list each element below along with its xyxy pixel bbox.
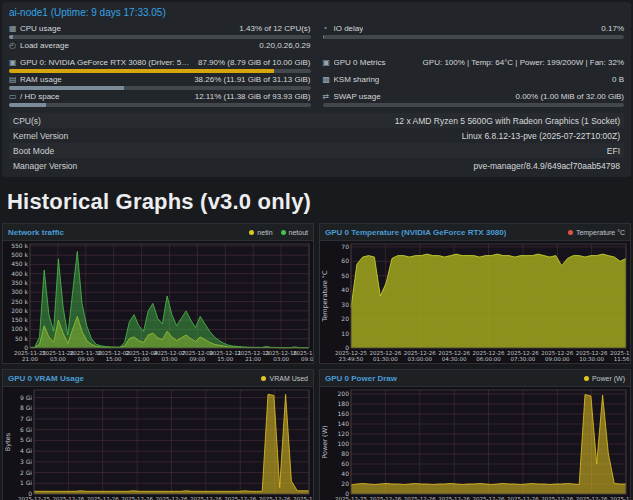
svg-text:09:00:00: 09:00:00 bbox=[545, 356, 570, 362]
svg-text:4 Gi: 4 Gi bbox=[20, 447, 32, 454]
chart-panel-network-traffic: Network traffic netinnetout 550 k500 k45… bbox=[2, 223, 314, 364]
svg-text:2025-12-26: 2025-12-26 bbox=[87, 496, 119, 500]
svg-text:10:30:00: 10:30:00 bbox=[579, 356, 604, 362]
svg-text:2025-12-26: 2025-12-26 bbox=[259, 496, 291, 500]
svg-text:500 k: 500 k bbox=[11, 251, 28, 258]
svg-text:09:00: 09:00 bbox=[301, 356, 313, 362]
svg-text:21:00: 21:00 bbox=[134, 356, 150, 362]
gpu-temperature-chart: 7060504030201002025-12-2523:49:502025-12… bbox=[320, 241, 630, 363]
chart-panel-gpu-temperature: GPU 0 Temperature (NVIDIA GeForce RTX 30… bbox=[319, 223, 631, 364]
stat-label: Load average bbox=[20, 41, 69, 50]
info-row-kernel-version: Kernel Version Linux 6.8.12-13-pve (2025… bbox=[9, 128, 624, 143]
stat-label: IO delay bbox=[334, 24, 364, 33]
stat-label: / HD space bbox=[20, 92, 60, 101]
stat-row-ksm-sharing: ▩ KSM sharing 0 B bbox=[323, 74, 625, 91]
cpu-icon: ▦ bbox=[9, 24, 20, 33]
svg-text:2025-12-26: 2025-12-26 bbox=[507, 496, 539, 500]
svg-text:03:00: 03:00 bbox=[273, 356, 289, 362]
svg-text:60: 60 bbox=[341, 257, 349, 264]
stat-row-hd-space: ▭ / HD space 12.11% (11.38 GiB of 93.93 … bbox=[9, 91, 311, 108]
panel-title: GPU 0 VRAM Usage bbox=[8, 374, 84, 383]
svg-text:21:00: 21:00 bbox=[245, 356, 261, 362]
svg-text:Bytes: Bytes bbox=[4, 432, 12, 451]
svg-text:07:30:00: 07:30:00 bbox=[511, 356, 536, 362]
svg-text:80: 80 bbox=[341, 450, 349, 457]
svg-text:23:49:50: 23:49:50 bbox=[339, 356, 364, 362]
legend: Power (W) bbox=[584, 375, 625, 382]
svg-text:50 k: 50 k bbox=[15, 335, 29, 342]
legend-label: netin bbox=[257, 229, 272, 236]
svg-text:2025-12-26: 2025-12-26 bbox=[610, 496, 630, 500]
io-delay-icon: ◔ bbox=[323, 24, 334, 33]
svg-text:03:00: 03:00 bbox=[162, 356, 178, 362]
legend-item: VRAM Used bbox=[261, 375, 308, 382]
stat-label: SWAP usage bbox=[334, 92, 381, 101]
node-title: ai-node1 (Uptime: 9 days 17:33.05) bbox=[2, 2, 631, 21]
svg-text:10: 10 bbox=[341, 330, 349, 337]
gpu-metrics-icon: ▣ bbox=[323, 58, 334, 67]
ram-icon: ▤ bbox=[9, 75, 20, 84]
svg-text:9 Gi: 9 Gi bbox=[20, 394, 32, 401]
info-label: Kernel Version bbox=[13, 131, 163, 141]
svg-text:01:30:00: 01:30:00 bbox=[373, 356, 398, 362]
svg-text:550 k: 550 k bbox=[11, 242, 28, 249]
panel-header: Network traffic netinnetout bbox=[3, 224, 313, 241]
stat-value: 0 B bbox=[607, 75, 624, 84]
gpu-vram-chart: 9 Gi8 Gi7 Gi6 Gi5 Gi4 Gi3 Gi2 Gi1 Gi0202… bbox=[3, 387, 313, 500]
svg-text:60: 60 bbox=[341, 460, 349, 467]
svg-text:1 Gi: 1 Gi bbox=[20, 479, 32, 486]
legend: netinnetout bbox=[249, 229, 308, 236]
svg-text:7 Gi: 7 Gi bbox=[20, 415, 32, 422]
stat-value: 87.90% (8.79 GiB of 10.00 GiB) bbox=[193, 58, 311, 67]
svg-text:150 k: 150 k bbox=[11, 316, 28, 323]
svg-text:Power (W): Power (W) bbox=[321, 425, 329, 458]
svg-text:2025-12-26: 2025-12-26 bbox=[190, 496, 222, 500]
svg-text:70: 70 bbox=[341, 243, 349, 250]
stat-row-ram-usage: ▤ RAM usage 38.26% (11.91 GiB of 31.13 G… bbox=[9, 74, 311, 91]
legend-item: netin bbox=[249, 229, 272, 236]
svg-text:2025-12-26: 2025-12-26 bbox=[541, 496, 573, 500]
stat-row-load-average: ◴ Load average 0.20,0.26,0.29 bbox=[9, 40, 311, 57]
svg-text:40: 40 bbox=[341, 286, 349, 293]
svg-text:09:00: 09:00 bbox=[189, 356, 205, 362]
legend: Temperature °C bbox=[568, 229, 625, 236]
svg-text:09:00: 09:00 bbox=[78, 356, 94, 362]
svg-text:450 k: 450 k bbox=[11, 260, 28, 267]
svg-text:2025-12-26: 2025-12-26 bbox=[369, 496, 401, 500]
stat-value: 0.20,0.26,0.29 bbox=[254, 41, 310, 50]
gpu-power-chart: 2001801601401201008060402002025-12-2523:… bbox=[320, 387, 630, 500]
svg-text:50: 50 bbox=[341, 272, 349, 279]
node-info-table: CPU(s) 12 x AMD Ryzen 5 5600G with Radeo… bbox=[9, 113, 624, 173]
svg-text:20: 20 bbox=[341, 480, 349, 487]
svg-text:Temperature °C: Temperature °C bbox=[321, 270, 329, 322]
svg-text:40: 40 bbox=[341, 470, 349, 477]
info-row-cpus: CPU(s) 12 x AMD Ryzen 5 5600G with Radeo… bbox=[9, 113, 624, 128]
legend-dot-icon bbox=[584, 376, 589, 381]
info-label: Manager Version bbox=[13, 161, 163, 171]
gpu-icon: ▣ bbox=[9, 58, 20, 67]
svg-text:2025-12-26: 2025-12-26 bbox=[156, 496, 188, 500]
stat-label: CPU usage bbox=[20, 24, 61, 33]
legend: VRAM Used bbox=[261, 375, 308, 382]
gpu-usage-bar bbox=[9, 69, 311, 73]
svg-text:2025-12-25: 2025-12-25 bbox=[335, 496, 367, 500]
svg-text:6 Gi: 6 Gi bbox=[20, 426, 32, 433]
graphs-grid: Network traffic netinnetout 550 k500 k45… bbox=[0, 223, 633, 500]
svg-text:2025-12-26: 2025-12-26 bbox=[473, 496, 505, 500]
stat-row-cpu-usage: ▦ CPU usage 1.43% of 12 CPU(s) bbox=[9, 23, 311, 40]
svg-text:15:00: 15:00 bbox=[217, 356, 233, 362]
swap-usage-bar bbox=[323, 103, 625, 107]
svg-text:20: 20 bbox=[341, 315, 349, 322]
panel-title: GPU 0 Temperature (NVIDIA GeForce RTX 30… bbox=[325, 228, 506, 237]
svg-text:400 k: 400 k bbox=[11, 270, 28, 277]
svg-text:300 k: 300 k bbox=[11, 288, 28, 295]
svg-text:200 k: 200 k bbox=[11, 307, 28, 314]
panel-title: Network traffic bbox=[8, 228, 64, 237]
stats-left-column: ▦ CPU usage 1.43% of 12 CPU(s) ◴ Load av… bbox=[9, 23, 311, 108]
panel-header: GPU 0 VRAM Usage VRAM Used bbox=[3, 370, 313, 387]
legend-label: Temperature °C bbox=[576, 229, 625, 236]
info-value: EFI bbox=[607, 146, 620, 156]
pve-summary-card: ai-node1 (Uptime: 9 days 17:33.05) ▦ CPU… bbox=[2, 2, 631, 177]
svg-text:11:56:40: 11:56:40 bbox=[614, 356, 630, 362]
svg-text:100 k: 100 k bbox=[11, 325, 28, 332]
